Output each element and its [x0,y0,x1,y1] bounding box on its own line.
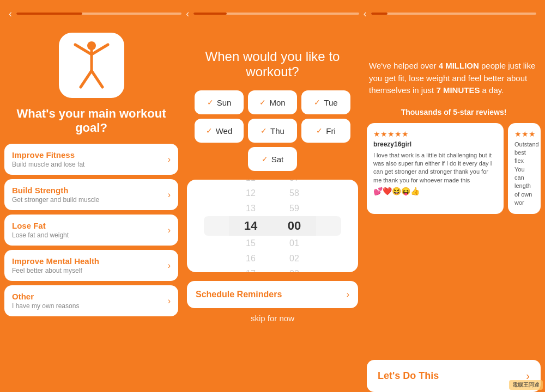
goal-item-mental-health[interactable]: Improve Mental Health Feel better about … [4,250,178,281]
workout-icon-container [59,33,124,98]
goal-text-other: Other I have my own reasons [12,292,79,310]
progress-bar-2 [193,13,359,15]
schedule-column: When would you like to workout? ✓ Sun ✓ … [183,27,362,392]
goal-item-lose-fat[interactable]: Lose Fat Lose fat and weight › [4,215,178,246]
minutes-column: 57 58 59 00 01 02 03 [272,180,316,272]
goal-chevron-lose-fat: › [168,225,171,235]
goal-subtitle-other: I have my own reasons [12,302,79,310]
nav-section-3: ‹ [364,8,536,20]
day-label-wed: Wed [216,126,233,136]
goal-item-other[interactable]: Other I have my own reasons › [4,285,178,316]
svg-line-4 [81,71,92,87]
review-emojis-1: 💕❤️😆😝👍 [373,187,497,195]
day-check-sun: ✓ [207,98,214,107]
min-59: 59 [272,201,316,216]
goal-chevron-build-strength: › [168,190,171,200]
min-01: 01 [272,236,316,251]
day-check-fri: ✓ [316,126,323,135]
watermark: 電腦王阿達 [509,380,543,390]
goal-subtitle-mental-health: Feel better about myself [12,267,99,274]
min-03: 03 [272,266,316,272]
goal-chevron-other: › [168,296,171,306]
days-grid: ✓ Sun ✓ Mon ✓ Tue ✓ Wed ✓ [187,90,358,171]
review-username-1: breezy16girl [373,140,497,148]
day-label-sun: Sun [217,98,232,107]
review-stars-2: ★★★ [514,130,534,138]
day-check-sat: ✓ [262,155,268,163]
progress-bar-1 [16,13,181,15]
day-label-sat: Sat [271,155,284,164]
review-text-1: I love that work is a little bit challen… [373,151,497,185]
days-row-2: ✓ Wed ✓ Thu ✓ Fri [187,119,358,143]
headline-part1: We've helped over [369,61,439,70]
review-stars-1: ★★★★★ [373,130,497,138]
goal-item-improve-fitness[interactable]: Improve Fitness Build muscle and lose fa… [4,144,178,175]
review-card-2: ★★★ Outstand best flex You can length of… [508,123,541,214]
day-button-sat[interactable]: ✓ Sat [248,147,297,171]
day-button-thu[interactable]: ✓ Thu [248,119,297,143]
goal-text-build-strength: Build Strength Get stronger and build mu… [12,186,99,204]
goal-title-mental-health: Improve Mental Health [12,256,99,266]
social-column: We've helped over 4 MILLION people just … [362,27,545,392]
thousands-label: Thousands of 5-star reviews! [367,108,541,117]
headline-part3: a day. [480,85,504,95]
nav-section-2: ‹ [186,8,359,20]
goals-column: What's your main workout goal? Improve F… [0,27,183,392]
min-02: 02 [272,251,316,266]
day-label-tue: Tue [324,98,337,107]
review-text-2: Outstand best flex You can length of own… [514,140,534,207]
schedule-reminder-button[interactable]: Schedule Reminders › [187,281,358,308]
time-picker[interactable]: 11 12 13 14 15 16 17 57 58 59 00 01 02 0… [187,180,358,272]
nav-section-1: ‹ [9,8,181,20]
goal-title-build-strength: Build Strength [12,186,99,195]
back-chevron-1[interactable]: ‹ [9,8,12,20]
goal-text-improve-fitness: Improve Fitness Build muscle and lose fa… [12,150,84,168]
min-57: 57 [272,180,316,186]
day-button-sun[interactable]: ✓ Sun [195,90,244,114]
goal-text-mental-health: Improve Mental Health Feel better about … [12,256,99,274]
schedule-reminder-chevron-icon: › [347,290,349,299]
goal-item-build-strength[interactable]: Build Strength Get stronger and build mu… [4,179,178,210]
back-chevron-3[interactable]: ‹ [364,8,367,20]
day-check-tue: ✓ [314,98,320,107]
hour-17: 17 [229,266,272,272]
progress-fill-1 [16,13,82,15]
schedule-title: When would you like to workout? [187,49,358,79]
social-headline: We've helped over 4 MILLION people just … [367,60,541,97]
thousands-bold: Thousands [401,108,442,117]
hour-12: 12 [229,186,272,201]
goal-chevron-improve-fitness: › [168,155,171,164]
time-columns: 11 12 13 14 15 16 17 57 58 59 00 01 02 0… [187,180,358,272]
review-card-1: ★★★★★ breezy16girl I love that work is a… [367,123,504,214]
day-button-fri[interactable]: ✓ Fri [301,119,350,143]
headline-bold2: 7 MINUTES [436,85,480,95]
goal-title-improve-fitness: Improve Fitness [12,150,84,160]
progress-bar-3 [371,13,536,15]
skip-link[interactable]: skip for now [251,314,294,323]
goal-subtitle-build-strength: Get stronger and build muscle [12,196,99,204]
workout-figure-icon [70,38,113,93]
hour-15: 15 [229,236,272,251]
progress-fill-2 [193,13,227,15]
day-button-tue[interactable]: ✓ Tue [301,90,350,114]
goal-subtitle-improve-fitness: Build muscle and lose fat [12,161,84,168]
goals-title: What's your main workout goal? [4,107,178,135]
top-navigation: ‹ ‹ ‹ [0,0,545,27]
day-check-mon: ✓ [259,98,266,107]
svg-line-5 [92,71,102,87]
headline-bold1: 4 MILLION [439,61,479,70]
hour-14-selected: 14 [229,216,272,236]
hour-11: 11 [229,180,272,186]
day-check-thu: ✓ [261,126,267,135]
lets-do-this-label: Let's Do This [378,370,439,382]
main-content: What's your main workout goal? Improve F… [0,27,545,392]
hour-13: 13 [229,201,272,216]
hour-16: 16 [229,251,272,266]
day-button-mon[interactable]: ✓ Mon [248,90,297,114]
goal-subtitle-lose-fat: Lose fat and weight [12,231,69,239]
days-row-3: ✓ Sat [187,147,358,171]
progress-fill-3 [371,13,387,15]
day-button-wed[interactable]: ✓ Wed [195,119,244,143]
back-chevron-2[interactable]: ‹ [186,8,189,20]
day-label-mon: Mon [269,98,285,107]
